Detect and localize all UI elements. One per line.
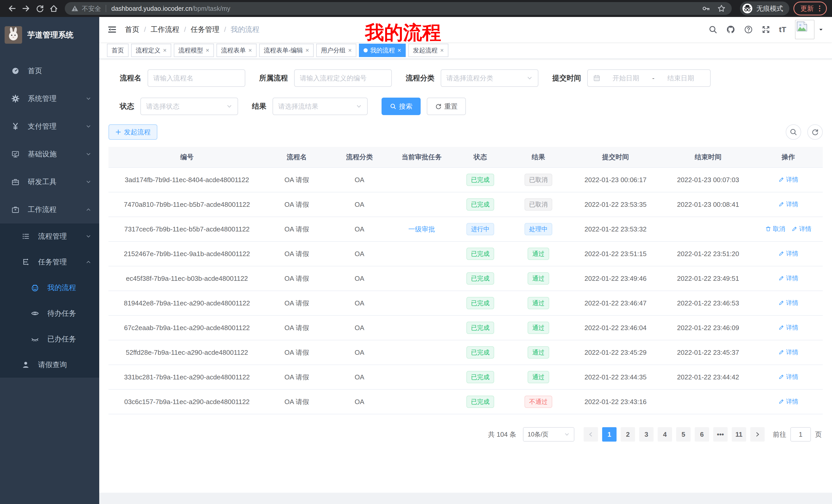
start-date-placeholder[interactable]: 开始日期 bbox=[602, 74, 650, 83]
page-button-3[interactable]: 3 bbox=[639, 427, 654, 442]
fullscreen-icon[interactable] bbox=[761, 25, 770, 34]
pencil-icon bbox=[778, 398, 784, 404]
close-icon[interactable]: × bbox=[348, 47, 352, 53]
plus-icon bbox=[115, 129, 121, 135]
reload-icon[interactable] bbox=[33, 2, 47, 16]
task-link[interactable]: 一级审批 bbox=[408, 225, 435, 233]
result-select[interactable] bbox=[272, 97, 368, 115]
pencil-icon bbox=[778, 201, 784, 207]
bookmark-star-icon[interactable] bbox=[717, 4, 726, 12]
close-icon[interactable]: × bbox=[249, 47, 252, 53]
more-vert-icon[interactable] bbox=[816, 5, 824, 12]
avatar[interactable] bbox=[795, 20, 814, 39]
tab-user-group[interactable]: 用户分组× bbox=[316, 44, 356, 57]
definition-input[interactable] bbox=[300, 74, 386, 82]
page-button-5[interactable]: 5 bbox=[676, 427, 691, 442]
page-button-4[interactable]: 4 bbox=[658, 427, 672, 442]
sidebar-item-todo-tasks[interactable]: 待办任务 bbox=[0, 301, 99, 326]
tab-label: 发起流程 bbox=[413, 46, 438, 54]
refresh-table-button[interactable] bbox=[807, 124, 823, 140]
forward-icon[interactable] bbox=[19, 2, 33, 16]
page-size-select[interactable]: 10条/页 bbox=[523, 427, 574, 442]
show-search-button[interactable] bbox=[786, 124, 801, 140]
sidebar-item-leave-query[interactable]: 请假查询 bbox=[0, 352, 99, 377]
cell-name: OA 请假 bbox=[265, 192, 328, 217]
pencil-icon bbox=[778, 349, 784, 355]
detail-action[interactable]: 详情 bbox=[778, 373, 798, 381]
chevron-up-icon bbox=[85, 206, 92, 213]
status-tag: 不通过 bbox=[524, 396, 552, 408]
goto-page-input[interactable] bbox=[790, 427, 811, 442]
pagination: 共 104 条 10条/页 123456•••11 前往 页 bbox=[108, 427, 823, 442]
result-select-input[interactable] bbox=[278, 103, 353, 110]
status-select[interactable] bbox=[140, 97, 238, 115]
status-select-input[interactable] bbox=[146, 103, 223, 110]
reset-button[interactable]: 重置 bbox=[427, 97, 466, 115]
close-icon[interactable]: × bbox=[440, 47, 444, 53]
name-input[interactable] bbox=[153, 74, 240, 82]
cell-id: 2152467e-7b9b-11ec-9a1b-acde48001122 bbox=[108, 242, 265, 266]
security-label[interactable]: 不安全 bbox=[82, 4, 101, 13]
name-filter-field bbox=[148, 69, 245, 87]
more-pages-button[interactable]: ••• bbox=[713, 427, 728, 442]
create-process-button[interactable]: 发起流程 bbox=[108, 124, 157, 140]
home-icon[interactable] bbox=[47, 2, 61, 16]
page-button-2[interactable]: 2 bbox=[621, 427, 635, 442]
header-search-icon[interactable] bbox=[709, 25, 717, 34]
tab-process-model[interactable]: 流程模型× bbox=[174, 44, 214, 57]
breadcrumb-item[interactable]: 首页 bbox=[125, 25, 139, 34]
key-icon[interactable] bbox=[702, 4, 710, 12]
detail-action[interactable]: 详情 bbox=[778, 324, 798, 332]
hamburger-icon[interactable] bbox=[107, 25, 117, 34]
tab-home[interactable]: 首页 bbox=[107, 44, 129, 57]
back-icon[interactable] bbox=[5, 2, 19, 16]
search-button[interactable]: 搜索 bbox=[382, 97, 421, 115]
detail-action[interactable]: 详情 bbox=[778, 274, 798, 282]
daterange-picker[interactable]: 开始日期 - 结束日期 bbox=[587, 69, 711, 87]
breadcrumb-item[interactable]: 工作流程 bbox=[151, 25, 179, 34]
tab-process-form-edit[interactable]: 流程表单-编辑× bbox=[259, 44, 314, 57]
sidebar-item-process-mgmt[interactable]: 流程管理 bbox=[0, 223, 99, 249]
github-icon[interactable] bbox=[726, 25, 735, 34]
close-icon[interactable]: × bbox=[306, 47, 309, 53]
end-date-placeholder[interactable]: 结束日期 bbox=[656, 74, 705, 83]
update-button[interactable]: 更新 bbox=[794, 2, 827, 16]
close-icon[interactable]: × bbox=[206, 47, 209, 53]
category-select-input[interactable] bbox=[446, 74, 523, 82]
sidebar-item-system[interactable]: 系统管理 bbox=[0, 85, 99, 113]
detail-action[interactable]: 详情 bbox=[778, 397, 798, 405]
sidebar-item-my-process[interactable]: 我的流程 bbox=[0, 275, 99, 301]
category-select[interactable] bbox=[441, 69, 538, 87]
cancel-action[interactable]: 取消 bbox=[765, 225, 785, 233]
detail-action[interactable]: 详情 bbox=[778, 348, 798, 356]
address-bar[interactable]: 不安全 dashboard.yudao.iocoder.cn/bpm/task/… bbox=[65, 2, 732, 15]
detail-action[interactable]: 详情 bbox=[778, 249, 798, 258]
url-path: /bpm/task/my bbox=[192, 5, 230, 12]
detail-action[interactable]: 详情 bbox=[778, 200, 798, 208]
detail-action[interactable]: 详情 bbox=[778, 175, 798, 184]
detail-action[interactable]: 详情 bbox=[791, 225, 811, 233]
cell-category: OA bbox=[328, 192, 391, 217]
sidebar-item-workflow[interactable]: 工作流程 bbox=[0, 196, 99, 223]
chevron-down-icon bbox=[85, 179, 92, 185]
help-icon[interactable] bbox=[744, 25, 753, 34]
sidebar-item-devtools[interactable]: 研发工具 bbox=[0, 168, 99, 196]
fontsize-icon[interactable]: tT bbox=[779, 25, 786, 34]
page-button-6[interactable]: 6 bbox=[695, 427, 709, 442]
tab-process-definition[interactable]: 流程定义× bbox=[131, 44, 171, 57]
sidebar-item-done-tasks[interactable]: 已办任务 bbox=[0, 326, 99, 352]
breadcrumb-item[interactable]: 任务管理 bbox=[191, 25, 219, 34]
sidebar-item-infrastructure[interactable]: 基础设施 bbox=[0, 140, 99, 168]
detail-action[interactable]: 详情 bbox=[778, 299, 798, 307]
sidebar-item-task-mgmt[interactable]: 任务管理 bbox=[0, 249, 99, 275]
next-page-button[interactable] bbox=[750, 427, 765, 442]
page-button-1[interactable]: 1 bbox=[602, 427, 617, 442]
logo-row[interactable]: 芋道管理系统 bbox=[0, 17, 99, 53]
close-icon[interactable]: × bbox=[163, 47, 166, 53]
tab-process-form[interactable]: 流程表单× bbox=[216, 44, 257, 57]
sidebar-item-home[interactable]: 首页 bbox=[0, 57, 99, 85]
sidebar-item-payment[interactable]: 支付管理 bbox=[0, 113, 99, 140]
close-icon[interactable]: × bbox=[397, 47, 401, 53]
caret-down-icon[interactable] bbox=[818, 27, 824, 32]
page-button-11[interactable]: 11 bbox=[732, 427, 746, 442]
